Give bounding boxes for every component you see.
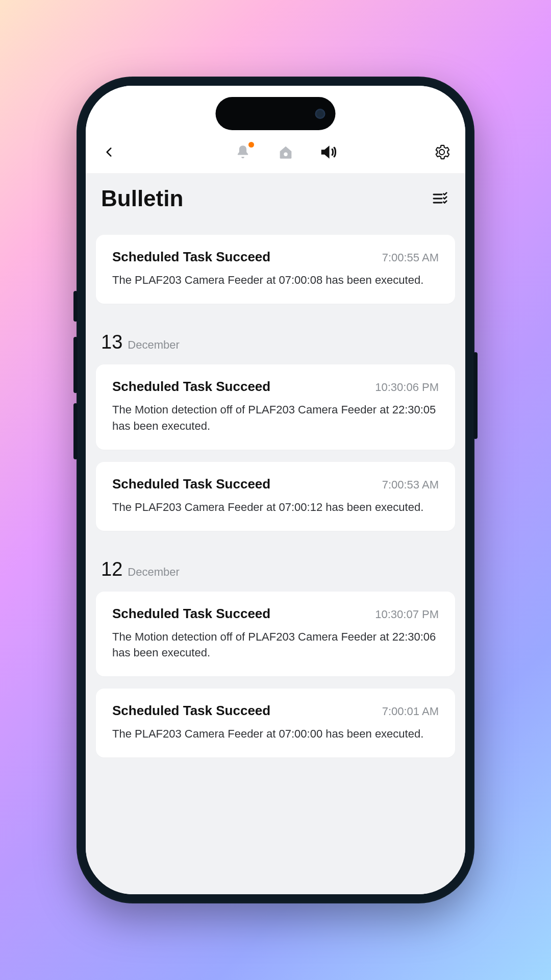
top-bar [86, 137, 465, 174]
tab-bulletin[interactable] [318, 142, 339, 162]
card-body: The PLAF203 Camera Feeder at 07:00:08 ha… [112, 272, 439, 288]
card-title: Scheduled Task Succeed [112, 379, 270, 395]
speaker-icon [319, 142, 338, 162]
section-header: Bulletin [86, 174, 465, 222]
card-body: The PLAF203 Camera Feeder at 07:00:12 ha… [112, 499, 439, 516]
card-title: Scheduled Task Succeed [112, 476, 270, 492]
card-time: 10:30:07 PM [375, 608, 439, 621]
card-title: Scheduled Task Succeed [112, 606, 270, 622]
phone-side-button [73, 291, 78, 322]
date-header: 12December [86, 543, 465, 592]
date-header: 13December [86, 316, 465, 364]
filter-button[interactable] [430, 188, 450, 209]
phone-side-button [73, 403, 78, 459]
tab-notifications[interactable] [233, 142, 253, 162]
screen: Bulletin Scheduled Task Succeed7:00:55 A… [86, 86, 465, 894]
chevron-left-icon [103, 145, 116, 159]
card-title: Scheduled Task Succeed [112, 703, 270, 719]
tab-home[interactable] [276, 142, 296, 162]
bulletin-card[interactable]: Scheduled Task Succeed7:00:01 AMThe PLAF… [96, 689, 455, 757]
notification-badge [248, 142, 254, 148]
gear-icon [434, 144, 450, 160]
front-camera [315, 109, 325, 119]
settings-button[interactable] [431, 141, 453, 163]
home-icon [277, 143, 294, 161]
card-body: The Motion detection off of PLAF203 Came… [112, 629, 439, 662]
top-tabs [141, 142, 431, 162]
svg-point-0 [284, 152, 287, 156]
bulletin-card[interactable]: Scheduled Task Succeed7:00:53 AMThe PLAF… [96, 462, 455, 531]
card-body: The PLAF203 Camera Feeder at 07:00:00 ha… [112, 726, 439, 742]
content[interactable]: Bulletin Scheduled Task Succeed7:00:55 A… [86, 174, 465, 894]
date-day: 13 [101, 331, 122, 353]
checklist-icon [432, 190, 448, 207]
date-day: 12 [101, 558, 122, 580]
phone-frame: Bulletin Scheduled Task Succeed7:00:55 A… [77, 77, 474, 903]
card-time: 7:00:01 AM [382, 705, 439, 718]
date-month: December [128, 566, 179, 579]
card-body: The Motion detection off of PLAF203 Came… [112, 402, 439, 434]
card-time: 7:00:53 AM [382, 478, 439, 492]
page-title: Bulletin [101, 186, 183, 211]
date-month: December [128, 338, 179, 352]
bulletin-card[interactable]: Scheduled Task Succeed10:30:06 PMThe Mot… [96, 364, 455, 450]
back-button[interactable] [98, 141, 120, 163]
phone-side-button [73, 337, 78, 393]
card-time: 7:00:55 AM [382, 251, 439, 264]
dynamic-island [216, 97, 336, 130]
phone-side-button [473, 352, 478, 439]
card-time: 10:30:06 PM [375, 381, 439, 394]
bulletin-card[interactable]: Scheduled Task Succeed7:00:55 AMThe PLAF… [96, 235, 455, 304]
bulletin-card[interactable]: Scheduled Task Succeed10:30:07 PMThe Mot… [96, 592, 455, 677]
card-title: Scheduled Task Succeed [112, 249, 270, 265]
